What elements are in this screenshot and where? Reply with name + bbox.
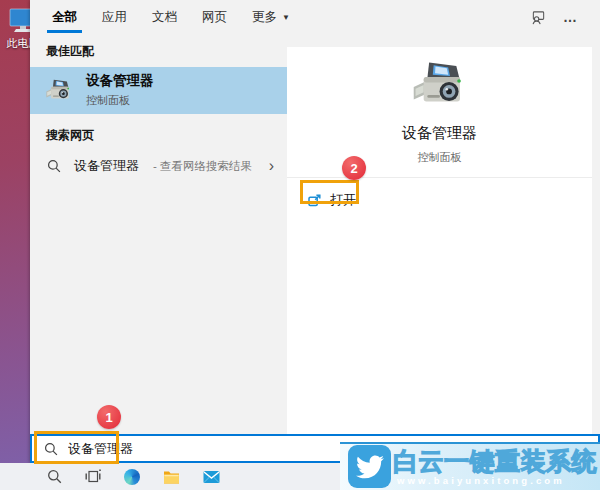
- best-match-result[interactable]: 设备管理器 控制面板: [30, 67, 287, 114]
- tab-all-label: 全部: [52, 9, 77, 26]
- best-match-title: 设备管理器: [86, 73, 154, 89]
- task-view-icon[interactable]: [85, 469, 101, 484]
- watermark: 白云一键重装系统 www.baiyunxitong.com: [340, 442, 600, 490]
- preview-pane: 设备管理器 控制面板 打开: [287, 47, 592, 434]
- tab-apps-label: 应用: [102, 9, 127, 26]
- tab-more[interactable]: 更多 ▼: [246, 0, 296, 34]
- preview-column: 设备管理器 控制面板 打开: [287, 34, 600, 434]
- tab-documents[interactable]: 文档: [146, 0, 183, 34]
- tab-apps[interactable]: 应用: [96, 0, 133, 34]
- watermark-url: www.baiyunxitong.com: [397, 475, 565, 486]
- annotation-box-step2: [300, 180, 359, 204]
- best-match-texts: 设备管理器 控制面板: [86, 73, 154, 107]
- tabbar-actions: …: [531, 0, 600, 34]
- chevron-right-icon[interactable]: ›: [269, 158, 274, 174]
- chevron-down-icon: ▼: [282, 13, 290, 22]
- device-manager-icon: [45, 77, 73, 105]
- watermark-title: 白云一键重装系统: [393, 445, 597, 478]
- more-options-icon[interactable]: …: [563, 9, 578, 25]
- tab-web[interactable]: 网页: [196, 0, 233, 34]
- search-tab-bar: 全部 应用 文档 网页 更多 ▼ …: [30, 0, 600, 34]
- start-button-icon[interactable]: [11, 470, 24, 483]
- best-match-header: 最佳匹配: [30, 34, 287, 67]
- web-search-header: 搜索网页: [30, 114, 287, 151]
- annotation-badge-step1: 1: [97, 405, 121, 429]
- web-search-result[interactable]: 设备管理器 - 查看网络搜索结果 ›: [30, 151, 287, 181]
- tab-web-label: 网页: [202, 9, 227, 26]
- search-flyout-panel: 全部 应用 文档 网页 更多 ▼ …: [30, 0, 600, 463]
- tab-documents-label: 文档: [152, 9, 177, 26]
- search-icon: [47, 159, 61, 173]
- twitter-bird-icon: [348, 445, 391, 488]
- edge-browser-icon[interactable]: [124, 469, 140, 485]
- device-manager-icon-large: [411, 57, 469, 115]
- feedback-icon[interactable]: [531, 10, 546, 25]
- search-results-body: 最佳匹配 设备管理器 控制面板 搜索网页 设备管理器: [30, 34, 600, 434]
- annotation-badge-step2: 2: [342, 156, 366, 180]
- mail-icon[interactable]: [203, 470, 220, 484]
- file-explorer-icon[interactable]: [163, 470, 180, 484]
- annotation-box-step1: [34, 431, 119, 464]
- results-column: 最佳匹配 设备管理器 控制面板 搜索网页 设备管理器: [30, 34, 287, 434]
- best-match-subtitle: 控制面板: [86, 93, 154, 108]
- tab-more-label: 更多: [252, 9, 277, 26]
- preview-subtitle: 控制面板: [418, 150, 462, 165]
- web-search-hint: - 查看网络搜索结果: [153, 159, 252, 174]
- preview-title: 设备管理器: [402, 124, 477, 143]
- screen: 此电脑 全部 应用 文档 网页 更多 ▼: [0, 0, 600, 490]
- taskbar-search-icon[interactable]: [47, 469, 62, 484]
- tab-all[interactable]: 全部: [46, 0, 83, 34]
- web-search-query: 设备管理器: [74, 157, 139, 175]
